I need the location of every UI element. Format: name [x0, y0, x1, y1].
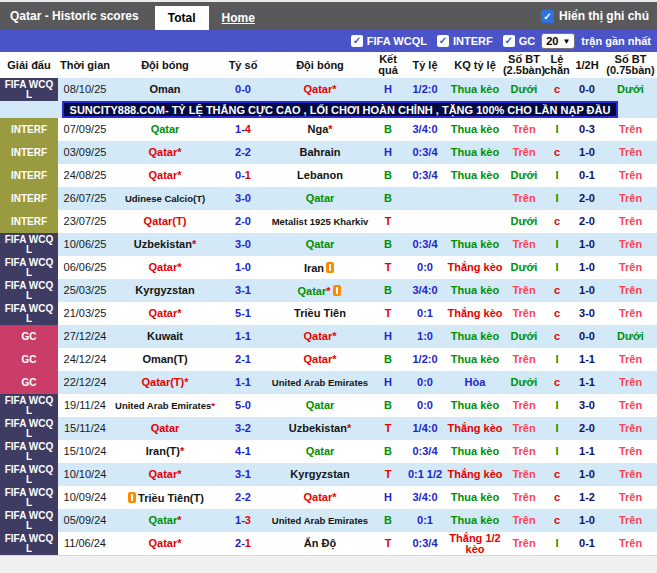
tab-home[interactable]: Home: [209, 6, 268, 30]
team-name[interactable]: Qatar: [148, 169, 177, 181]
oddeven-value: l: [555, 446, 558, 457]
league-filter-interf[interactable]: ✓INTERF: [437, 35, 493, 47]
oddeven-cell: c: [544, 325, 570, 348]
team-name[interactable]: Udinese Calcio(T): [125, 193, 205, 204]
away-team-cell: Ấn Độ: [268, 532, 372, 555]
team-name[interactable]: United Arab Emirates: [115, 400, 211, 411]
team-name[interactable]: Lebanon: [297, 169, 343, 181]
team-name[interactable]: Iran: [304, 262, 324, 274]
team-name[interactable]: Qatar: [148, 514, 177, 526]
team-name[interactable]: Qatar: [303, 491, 332, 503]
table-row[interactable]: FIFA WCQL10/10/24Qatar*3-1KyrgyzstanT0:1…: [0, 463, 657, 486]
team-name[interactable]: Iran(T): [146, 445, 180, 457]
handicap-cell: 0:3/4: [404, 164, 446, 187]
match-date: 27/12/24: [64, 331, 107, 342]
team-name[interactable]: Qatar: [306, 192, 335, 204]
team-name[interactable]: Qatar: [303, 330, 332, 342]
table-row[interactable]: INTERF03/09/25Qatar*2-2BahrainH0:3/4Thua…: [0, 141, 657, 164]
team-name[interactable]: Metalist 1925 Kharkiv: [272, 216, 369, 227]
table-row[interactable]: INTERF26/07/25Udinese Calcio(T)3-0QatarB…: [0, 187, 657, 210]
halfscore-cell: 2-0: [570, 417, 604, 440]
team-name[interactable]: Qatar: [148, 537, 177, 549]
goals075-cell: Trên: [604, 279, 657, 302]
checkbox-checked-icon[interactable]: ✓: [503, 35, 515, 47]
table-row[interactable]: GC22/12/24Qatar(T)*1-1United Arab Emirat…: [0, 371, 657, 394]
team-name[interactable]: Qatar(T): [144, 215, 187, 227]
team-name[interactable]: Bahrain: [300, 146, 341, 158]
table-row[interactable]: FIFA WCQL11/06/24Qatar*2-1Ấn ĐộT0:3/4Thắ…: [0, 532, 657, 555]
table-row[interactable]: FIFA WCQL10/06/25Uzbekistan*3-0QatarB0:3…: [0, 233, 657, 256]
match-date: 05/09/24: [64, 515, 107, 526]
ad-banner-link[interactable]: SUNCITY888.COM- TỶ LỆ THẮNG CỰC CAO , LỐ…: [62, 101, 618, 118]
team-name[interactable]: Qatar: [303, 83, 332, 95]
table-row[interactable]: FIFA WCQL06/06/25Qatar*1-0IranT0:0Thắng …: [0, 256, 657, 279]
table-row[interactable]: FIFA WCQL19/11/24United Arab Emirates*5-…: [0, 394, 657, 417]
table-row[interactable]: INTERF07/09/25Qatar1-4Nga*B3/4:0Thua kèo…: [0, 118, 657, 141]
handicap-result: Thua kèo: [451, 147, 499, 158]
team-name[interactable]: Qatar: [148, 261, 177, 273]
goals075-value: Trên: [619, 216, 642, 227]
team-name[interactable]: Triều Tiên: [294, 307, 346, 319]
team-name[interactable]: Qatar: [148, 307, 177, 319]
team-name[interactable]: Nga: [307, 123, 328, 135]
table-row[interactable]: FIFA WCQL15/10/24Iran(T)*4-1QatarB0:3/4T…: [0, 440, 657, 463]
team-name[interactable]: Triều Tiên(T): [138, 492, 204, 504]
goals075-cell: Trên: [604, 118, 657, 141]
league-filter-label: INTERF: [453, 35, 493, 47]
result-letter: H: [384, 331, 392, 342]
team-name[interactable]: United Arab Emirates: [272, 515, 368, 526]
match-date: 22/12/24: [64, 377, 107, 388]
halfscore-cell: 0-3: [570, 118, 604, 141]
oddeven-cell: c: [544, 509, 570, 532]
date-cell: 27/12/24: [58, 325, 112, 348]
recent-count-select[interactable]: 20 ▼: [541, 33, 575, 49]
team-name[interactable]: Qatar: [151, 422, 180, 434]
team-name[interactable]: United Arab Emirates: [272, 377, 368, 388]
table-row[interactable]: FIFA WCQL15/11/24Qatar3-2Uzbekistan*T1/4…: [0, 417, 657, 440]
team-name[interactable]: Qatar(T): [141, 376, 184, 388]
league-badge: INTERF: [0, 210, 58, 233]
team-name[interactable]: Qatar: [303, 353, 332, 365]
team-cell: Qatar(T): [144, 216, 187, 227]
home-team-cell: Kuwait: [112, 325, 218, 348]
table-row[interactable]: INTERF23/07/25Qatar(T)2-0Metalist 1925 K…: [0, 210, 657, 233]
table-row[interactable]: GC27/12/24Kuwait1-1Qatar*H1:0Thua kèoDướ…: [0, 325, 657, 348]
checkbox-checked-icon[interactable]: ✓: [437, 35, 449, 47]
score-cell: 1-1: [218, 371, 268, 394]
tab-total[interactable]: Total: [155, 6, 209, 30]
handicap-result-cell: Thua kèo: [446, 509, 504, 532]
league-filter-gc[interactable]: ✓GC: [503, 35, 536, 47]
team-name[interactable]: Qatar: [306, 445, 335, 457]
checkbox-checked-icon[interactable]: ✓: [351, 35, 363, 47]
team-name[interactable]: Kuwait: [147, 330, 183, 342]
team-name[interactable]: Qatar: [297, 285, 326, 297]
star-icon: *: [328, 123, 332, 135]
team-name[interactable]: Ấn Độ: [304, 537, 336, 549]
table-row[interactable]: INTERF24/08/25Qatar*0-1LebanonB0:3/4Thua…: [0, 164, 657, 187]
team-name[interactable]: Qatar: [148, 468, 177, 480]
team-name[interactable]: Uzbekistan: [289, 422, 347, 434]
team-name[interactable]: Oman: [149, 83, 180, 95]
table-row[interactable]: FIFA WCQL05/09/24Qatar*1-3United Arab Em…: [0, 509, 657, 532]
team-name[interactable]: Qatar: [306, 399, 335, 411]
table-row[interactable]: FIFA WCQL08/10/25Oman0-0Qatar*H1/2:0Thua…: [0, 78, 657, 101]
team-name[interactable]: Uzbekistan: [134, 238, 192, 250]
table-row[interactable]: FIFA WCQL10/09/24Triều Tiên(T)2-2Qatar*H…: [0, 486, 657, 509]
halfscore-cell: 1-1: [570, 348, 604, 371]
show-notes-toggle[interactable]: ✓ Hiển thị ghi chú: [541, 9, 657, 23]
team-name[interactable]: Kyrgyzstan: [135, 284, 194, 296]
league-filter-fifa-wcql[interactable]: ✓FIFA WCQL: [351, 35, 427, 47]
checkbox-checked-icon[interactable]: ✓: [541, 10, 554, 23]
team-name[interactable]: Qatar: [148, 146, 177, 158]
table-row[interactable]: FIFA WCQL25/03/25Kyrgyzstan3-1Qatar*B3/4…: [0, 279, 657, 302]
team-cell: Uzbekistan*: [289, 423, 351, 434]
table-row[interactable]: GC24/12/24Oman(T)2-1Qatar*B1/2:0Thua kèo…: [0, 348, 657, 371]
team-name[interactable]: Oman(T): [142, 353, 187, 365]
match-date: 26/07/25: [64, 193, 107, 204]
table-row[interactable]: FIFA WCQL21/03/25Qatar*5-1Triều TiênT0:1…: [0, 302, 657, 325]
handicap-cell: 3/4:0: [404, 118, 446, 141]
team-name[interactable]: Qatar: [151, 123, 180, 135]
team-name[interactable]: Kyrgyzstan: [290, 468, 349, 480]
team-name[interactable]: Qatar: [306, 238, 335, 250]
card-icon: [128, 492, 136, 503]
